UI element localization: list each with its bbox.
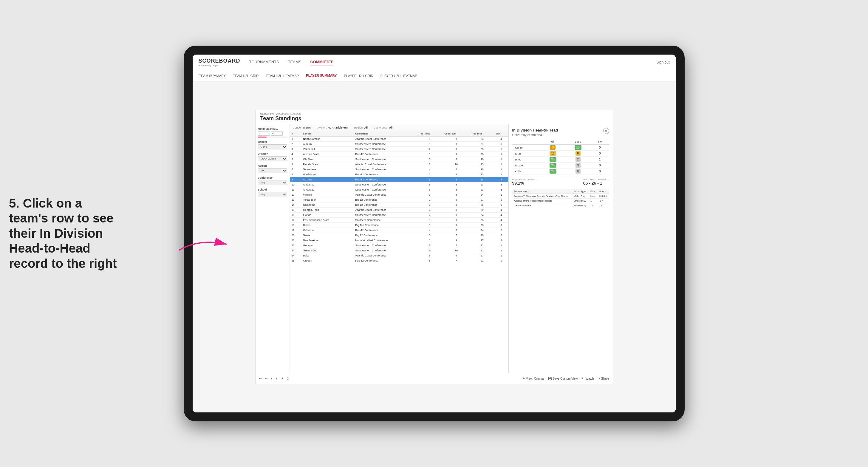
tournament-section: Tournament Event Type Pos Score Jackson … (512, 189, 609, 208)
table-row[interactable]: 5 Ole Miss Southeastern Conference 3 6 1… (290, 157, 508, 162)
nav-committee[interactable]: COMMITTEE (310, 58, 333, 66)
max-val-input[interactable] (271, 131, 283, 136)
nav-teams[interactable]: TEAMS (288, 58, 302, 66)
cell-reg-rank: 5 (417, 258, 442, 263)
tab-player-h2h-heatmap[interactable]: PLAYER H2H HEATMAP (380, 72, 418, 79)
cell-rds: 23 (470, 223, 494, 228)
cell-num: 25 (290, 258, 302, 263)
tour-row-3[interactable]: Cabo Collegiate Stroke Play 11 17 (512, 204, 609, 208)
reset-button[interactable]: ↺ (281, 377, 283, 380)
table-row[interactable]: 1 North Carolina Atlantic Coast Conferen… (290, 136, 508, 142)
table-row[interactable]: 13 Texas Tech Big 12 Conference 1 9 27 2 (290, 197, 508, 203)
h2h-col-range (512, 139, 540, 145)
conference-select[interactable]: (All) (258, 180, 287, 185)
conference-pill: Conference: All (374, 126, 393, 129)
cell-rds: 24 (470, 192, 494, 197)
watch-button[interactable]: 👁 Watch (582, 377, 594, 380)
cell-reg-rank: 9 (417, 248, 442, 253)
table-row[interactable]: 18 Illinois Big Ten Conference 1 9 23 3 (290, 223, 508, 228)
sign-out-button[interactable]: Sign out (656, 60, 670, 64)
division-select[interactable]: NCAA Division I (258, 156, 287, 161)
table-row[interactable]: 22 Georgia Southeastern Conference 8 7 2… (290, 243, 508, 248)
table-row[interactable]: 8 Washington Pac-12 Conference 2 8 23 1 (290, 172, 508, 177)
table-row[interactable]: 24 Duke Atlantic Coast Conference 5 9 27… (290, 253, 508, 258)
table-row[interactable]: 4 Arizona State Pac-12 Conference 1 9 26… (290, 152, 508, 157)
standings-table: # School Conference Reg Rank Conf Rank R… (290, 131, 508, 263)
h2h-close-button[interactable]: × (603, 128, 609, 134)
table-row[interactable]: 15 Georgia Tech Atlantic Coast Conferenc… (290, 208, 508, 213)
cell-school: Vanderbilt (301, 147, 353, 152)
cell-win: 2 (494, 203, 508, 208)
cell-win: 4 (494, 218, 508, 223)
tour-score-3: 17 (597, 204, 609, 208)
tour-col-score: Score (597, 189, 609, 194)
h2h-row-51100[interactable]: 51-100 20 3 0 (512, 162, 609, 168)
min-val-input[interactable] (258, 131, 270, 136)
cell-conference: Atlantic Coast Conference (353, 136, 417, 142)
rounds-slider[interactable] (258, 136, 287, 137)
cell-rds: 26 (470, 152, 494, 157)
h2h-row-gt100[interactable]: >100 27 0 0 (512, 168, 609, 175)
gender-pill: Gender: Men's (293, 126, 311, 129)
cell-conf-rank: 8 (442, 147, 470, 152)
cell-reg-rank: 5 (417, 182, 442, 187)
tab-player-summary[interactable]: PLAYER SUMMARY (305, 72, 337, 79)
table-row[interactable]: 12 Virginia Atlantic Coast Conference 3 … (290, 192, 508, 197)
nav-tournaments[interactable]: TOURNAMENTS (249, 58, 279, 66)
cell-rds: 23 (470, 218, 494, 223)
tab-team-h2h-grid[interactable]: TEAM H2H GRID (232, 72, 259, 79)
cell-rds: 27 (470, 197, 494, 203)
table-row[interactable]: 9 Arizona Pac-12 Conference 5 8 24 3 (290, 177, 508, 182)
save-custom-button[interactable]: 💾 Save Custom View (548, 377, 578, 380)
tab-team-h2h-heatmap[interactable]: TEAM H2H HEATMAP (265, 72, 299, 79)
tab-team-summary[interactable]: TEAM SUMMARY (198, 72, 227, 79)
h2h-row-2650[interactable]: 26-50 25 2 1 (512, 157, 609, 162)
region-filter-label: Region (258, 164, 287, 167)
region-pill-label: Region: (354, 126, 363, 129)
region-select[interactable]: N/A (258, 168, 287, 173)
h2h-row-top10[interactable]: Top 10 3 13 0 (512, 145, 609, 151)
division-filter: Division NCAA Division I (258, 152, 287, 161)
h2h-loss-51100: 3 (565, 162, 590, 168)
view-original-button[interactable]: 👁 View: Original (522, 377, 545, 380)
step-forward-button[interactable]: ⟩ (276, 377, 277, 380)
table-row[interactable]: 16 Florida Southeastern Conference 7 9 2… (290, 213, 508, 218)
undo-button[interactable]: ↩ (259, 377, 261, 380)
table-row[interactable]: 3 Vanderbilt Southeastern Conference 2 8… (290, 147, 508, 152)
table-row[interactable]: 2 Auburn Southeastern Conference 1 9 27 … (290, 142, 508, 147)
clock-button[interactable]: ⏱ (286, 377, 289, 380)
share-button[interactable]: ↗ Share (597, 377, 609, 380)
cell-conference: Pac-12 Conference (353, 177, 417, 182)
h2h-loss-1125: 8 (565, 151, 590, 157)
table-row[interactable]: 19 California Pac-12 Conference 4 8 24 2 (290, 228, 508, 233)
redo-button[interactable]: ↪ (265, 377, 268, 380)
cell-reg-rank: 7 (417, 213, 442, 218)
table-row[interactable]: 23 Texas A&M Southeastern Conference 9 1… (290, 248, 508, 253)
cell-school: Arizona State (301, 152, 353, 157)
dashboard-toolbar: ↩ ↪ ⟨ ⟩ ↺ ⏱ 👁 View: Original 💾 Save Cust… (255, 373, 613, 384)
table-row[interactable]: 17 East Tennessee State Southern Confere… (290, 218, 508, 223)
table-row[interactable]: 11 Arkansas Southeastern Conference 6 8 … (290, 187, 508, 192)
tour-row-2[interactable]: Arizona Thunderbirds Intercollegiate Str… (512, 198, 609, 204)
table-row[interactable]: 20 Texas Big 12 Conference 3 7 20 2 (290, 233, 508, 238)
cell-school: Texas A&M (301, 248, 353, 253)
dashboard-body: Minimum Rou... Gender (255, 124, 613, 384)
tab-player-h2h-grid[interactable]: PLAYER H2H GRID (343, 72, 374, 79)
cell-num: 24 (290, 253, 302, 258)
table-row[interactable]: 25 Oregon Pac-12 Conference 5 7 21 0 (290, 258, 508, 263)
table-row[interactable]: 14 Oklahoma Big 12 Conference 3 8 26 2 (290, 203, 508, 208)
col-conf-rank: Conf Rank (442, 131, 470, 136)
tour-row-1[interactable]: Jackson T. Stephens Cup Men's Match-Play… (512, 194, 609, 198)
table-row[interactable]: 7 Tennessee Southeastern Conference 4 6 … (290, 167, 508, 172)
table-row[interactable]: 10 Alabama Southeastern Conference 5 8 2… (290, 182, 508, 187)
gender-select[interactable]: Men's (258, 144, 287, 149)
step-back-button[interactable]: ⟨ (271, 377, 272, 380)
school-select[interactable]: (All) (258, 192, 287, 197)
h2h-row-1125[interactable]: 11-25 11 8 0 (512, 151, 609, 157)
cell-win: 3 (494, 223, 508, 228)
cell-conf-rank: 9 (442, 136, 470, 142)
cell-num: 4 (290, 152, 302, 157)
table-row[interactable]: 21 New Mexico Mountain West Conference 1… (290, 238, 508, 243)
cell-num: 10 (290, 182, 302, 187)
table-row[interactable]: 6 Florida State Atlantic Coast Conferenc… (290, 162, 508, 167)
